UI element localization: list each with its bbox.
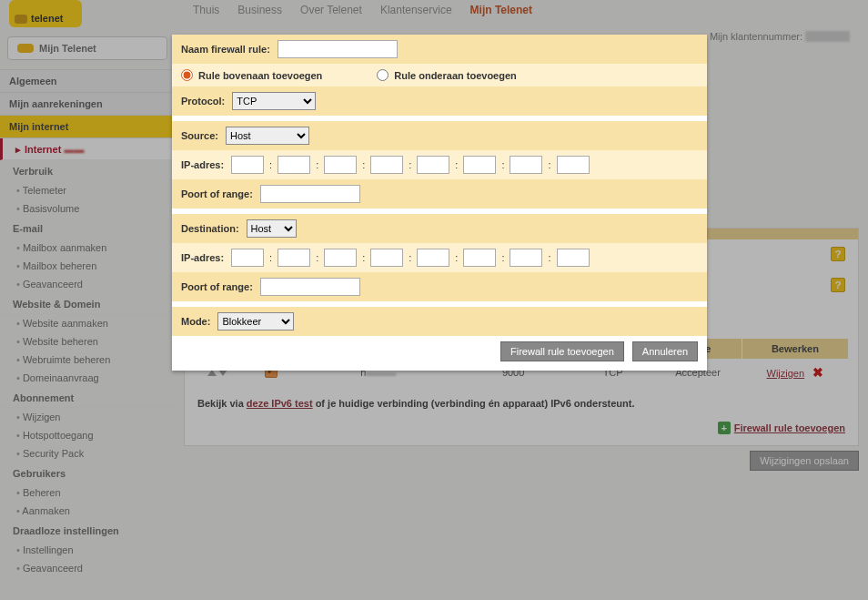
protocol-label: Protocol:: [181, 96, 225, 107]
source-port-label: Poort of range:: [181, 188, 253, 199]
add-rule-button[interactable]: Firewall rule toevoegen: [500, 341, 624, 361]
dst-ip-1[interactable]: [231, 249, 264, 267]
modal-row-naam: Naam firewall rule:: [172, 35, 707, 64]
radio-rule-top[interactable]: [181, 69, 193, 81]
naam-input[interactable]: [278, 40, 398, 58]
dest-ip-group: : : : : : : :: [231, 249, 589, 267]
destination-select[interactable]: Host: [247, 219, 297, 238]
modal-row-dest-ip: IP-adres: : : : : : : :: [172, 243, 707, 272]
naam-label: Naam firewall rule:: [181, 44, 270, 55]
modal-row-source-port: Poort of range:: [172, 179, 707, 208]
source-ip-group: : : : : : : :: [231, 156, 589, 174]
src-ip-7[interactable]: [510, 156, 542, 174]
dest-port-label: Poort of range:: [181, 281, 253, 292]
source-select[interactable]: Host: [226, 127, 309, 145]
dst-ip-6[interactable]: [463, 249, 496, 267]
cancel-button[interactable]: Annuleren: [632, 341, 698, 361]
source-label: Source:: [181, 130, 218, 141]
mode-label: Mode:: [181, 316, 210, 327]
dst-ip-4[interactable]: [370, 249, 403, 267]
src-ip-6[interactable]: [463, 156, 496, 174]
dst-ip-5[interactable]: [417, 249, 449, 267]
modal-row-mode: Mode: Blokkeer: [172, 307, 707, 336]
modal-row-dest-port: Poort of range:: [172, 272, 707, 301]
dest-ip-label: IP-adres:: [181, 252, 224, 263]
modal-button-bar: Firewall rule toevoegen Annuleren: [172, 336, 707, 363]
firewall-rule-modal: Naam firewall rule: Rule bovenaan toevoe…: [172, 35, 707, 371]
src-ip-5[interactable]: [417, 156, 449, 174]
modal-row-position: Rule bovenaan toevoegen Rule onderaan to…: [172, 64, 707, 86]
dst-ip-2[interactable]: [278, 249, 310, 267]
dst-ip-7[interactable]: [510, 249, 542, 267]
radio-bottom-label[interactable]: Rule onderaan toevoegen: [377, 69, 516, 81]
source-ip-label: IP-adres:: [181, 159, 224, 170]
src-ip-3[interactable]: [324, 156, 357, 174]
src-ip-8[interactable]: [557, 156, 590, 174]
radio-top-label[interactable]: Rule bovenaan toevoegen: [181, 69, 322, 81]
destination-label: Destination:: [181, 223, 239, 234]
mode-select[interactable]: Blokkeer: [217, 312, 294, 331]
modal-row-protocol: Protocol: TCP: [172, 86, 707, 116]
src-ip-1[interactable]: [231, 156, 264, 174]
modal-row-source: Source: Host: [172, 121, 707, 150]
protocol-select[interactable]: TCP: [232, 92, 316, 110]
src-ip-4[interactable]: [370, 156, 403, 174]
modal-row-destination: Destination: Host: [172, 214, 707, 243]
dst-ip-3[interactable]: [324, 249, 357, 267]
modal-row-source-ip: IP-adres: : : : : : : :: [172, 150, 707, 179]
source-port-input[interactable]: [260, 185, 360, 203]
src-ip-2[interactable]: [278, 156, 310, 174]
dst-ip-8[interactable]: [557, 249, 590, 267]
radio-rule-bottom[interactable]: [377, 69, 389, 81]
dest-port-input[interactable]: [260, 278, 360, 296]
